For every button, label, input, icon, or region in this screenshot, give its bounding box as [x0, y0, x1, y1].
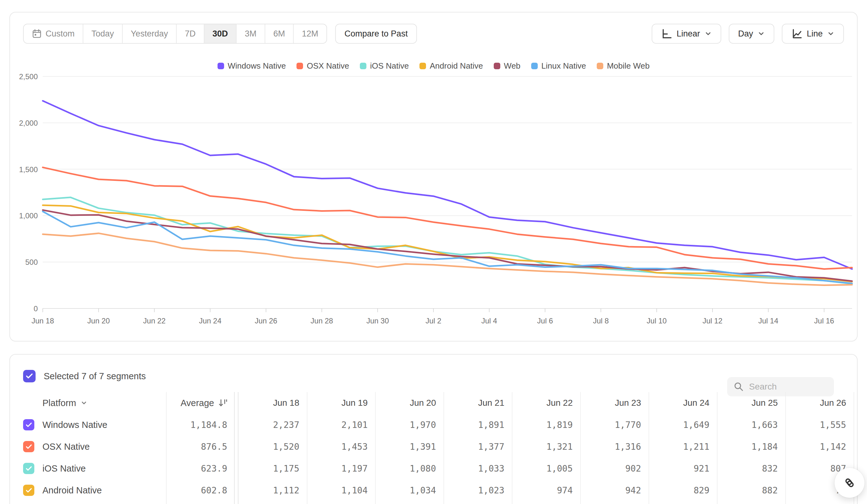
- platform-label: iOS Native: [42, 463, 86, 474]
- day-value: 1,970: [375, 420, 443, 430]
- average-column-header[interactable]: Average: [166, 398, 235, 408]
- table-row[interactable]: iOS Native623.91,1751,1971,0801,0331,005…: [10, 458, 857, 479]
- day-value: 1,321: [512, 442, 580, 452]
- day-value: 1,034: [375, 485, 443, 496]
- day-column-header[interactable]: Jun 20: [375, 398, 443, 408]
- day-value: 882: [717, 485, 785, 496]
- day-value: 1,005: [512, 463, 580, 474]
- day-column-header[interactable]: Jun 23: [580, 398, 649, 408]
- svg-text:Jul 8: Jul 8: [593, 317, 609, 325]
- average-value: 876.5: [166, 442, 235, 452]
- svg-text:500: 500: [25, 258, 38, 266]
- sort-descending-icon: [218, 398, 227, 408]
- check-icon: [25, 487, 32, 494]
- day-value: 1,211: [649, 442, 717, 452]
- platform-column-header[interactable]: Platform: [23, 398, 166, 408]
- platform-cell: OSX Native: [23, 441, 166, 452]
- day-value: 829: [649, 485, 717, 496]
- segment-checkbox[interactable]: [23, 485, 34, 496]
- day-value: 1,184: [717, 442, 785, 452]
- day-column-header[interactable]: Jun 19: [307, 398, 375, 408]
- day-value: 1,453: [307, 442, 375, 452]
- day-value: 832: [717, 463, 785, 474]
- table-row[interactable]: Windows Native1,184.82,2372,1011,9701,89…: [10, 414, 857, 436]
- svg-text:Jun 22: Jun 22: [143, 317, 166, 325]
- svg-text:Jul 2: Jul 2: [425, 317, 441, 325]
- platform-cell: Android Native: [23, 485, 166, 496]
- day-column-header[interactable]: Jun 21: [443, 398, 512, 408]
- platform-cell: Windows Native: [23, 419, 166, 430]
- column-separator: [580, 392, 581, 504]
- day-value: 1,142: [785, 442, 854, 452]
- day-value: 902: [580, 463, 649, 474]
- svg-text:2,000: 2,000: [19, 119, 38, 127]
- day-value: 1,770: [580, 420, 649, 430]
- svg-text:0: 0: [34, 304, 38, 313]
- day-value: 942: [580, 485, 649, 496]
- link-icon: [842, 475, 857, 490]
- day-value: 1,663: [717, 420, 785, 430]
- table-header-row: Platform Average Jun 18Jun 19Jun 20Jun 2…: [10, 392, 857, 414]
- platform-cell: iOS Native: [23, 463, 166, 474]
- check-icon: [25, 443, 32, 450]
- day-value: 2,237: [238, 420, 307, 430]
- segments-table-card: Selected 7 of 7 segments Platform Averag…: [9, 354, 858, 504]
- day-value: 1,316: [580, 442, 649, 452]
- platform-label: Android Native: [42, 485, 102, 496]
- day-value: 1,649: [649, 420, 717, 430]
- chevron-down-icon: [81, 399, 87, 406]
- day-value: 1,391: [375, 442, 443, 452]
- svg-text:Jun 28: Jun 28: [311, 317, 333, 325]
- table-row[interactable]: OSX Native876.51,5201,4531,3911,3771,321…: [10, 436, 857, 458]
- segments-table: Platform Average Jun 18Jun 19Jun 20Jun 2…: [10, 392, 857, 504]
- day-value: 921: [649, 463, 717, 474]
- day-column-header[interactable]: Jun 24: [649, 398, 717, 408]
- svg-text:2,500: 2,500: [19, 72, 38, 81]
- average-value: 602.8: [166, 485, 235, 496]
- day-value: 1,377: [443, 442, 512, 452]
- search-input[interactable]: [749, 382, 828, 392]
- day-column-headers: Jun 18Jun 19Jun 20Jun 21Jun 22Jun 23Jun …: [238, 398, 854, 408]
- day-column-header[interactable]: Jun 22: [512, 398, 580, 408]
- column-separator: [238, 392, 238, 504]
- day-value: 1,891: [443, 420, 512, 430]
- copy-link-button[interactable]: [835, 468, 865, 498]
- column-separator: [234, 392, 235, 504]
- select-all-checkbox[interactable]: [23, 370, 35, 382]
- table-rows: Windows Native1,184.82,2372,1011,9701,89…: [10, 414, 857, 501]
- check-icon: [25, 372, 33, 380]
- column-separator: [785, 392, 786, 504]
- day-value: 2,101: [307, 420, 375, 430]
- day-value: 1,112: [238, 485, 307, 496]
- platform-header-label: Platform: [42, 398, 76, 408]
- average-value: 623.9: [166, 463, 235, 474]
- check-icon: [25, 465, 32, 472]
- segments-summary-row: Selected 7 of 7 segments: [23, 367, 844, 385]
- svg-text:1,000: 1,000: [19, 211, 38, 220]
- column-separator: [443, 392, 444, 504]
- chart-card: CustomTodayYesterday7D30D3M6M12M Compare…: [9, 12, 858, 341]
- day-value: 1,819: [512, 420, 580, 430]
- svg-text:Jun 24: Jun 24: [199, 317, 221, 325]
- segments-summary-label: Selected 7 of 7 segments: [44, 371, 146, 381]
- svg-text:Jun 30: Jun 30: [366, 317, 389, 325]
- day-column-header[interactable]: Jun 26: [785, 398, 854, 408]
- segment-checkbox[interactable]: [23, 441, 34, 452]
- day-value: 1,197: [307, 463, 375, 474]
- search-icon: [734, 381, 744, 392]
- day-column-header[interactable]: Jun 25: [717, 398, 785, 408]
- day-value: 974: [512, 485, 580, 496]
- line-chart: 05001,0001,5002,0002,500Jun 18Jun 20Jun …: [10, 12, 858, 342]
- day-column-header[interactable]: Jun 18: [238, 398, 307, 408]
- segment-checkbox[interactable]: [23, 463, 34, 474]
- day-value: 1,033: [443, 463, 512, 474]
- svg-text:Jul 4: Jul 4: [481, 317, 497, 325]
- column-separator: [649, 392, 649, 504]
- svg-text:Jul 14: Jul 14: [758, 317, 778, 325]
- table-row[interactable]: Android Native602.81,1121,1041,0341,0239…: [10, 479, 857, 501]
- average-header-label: Average: [181, 398, 214, 408]
- svg-text:1,500: 1,500: [19, 165, 38, 174]
- svg-text:Jul 10: Jul 10: [647, 317, 667, 325]
- segment-checkbox[interactable]: [23, 419, 34, 430]
- day-value: 1,520: [238, 442, 307, 452]
